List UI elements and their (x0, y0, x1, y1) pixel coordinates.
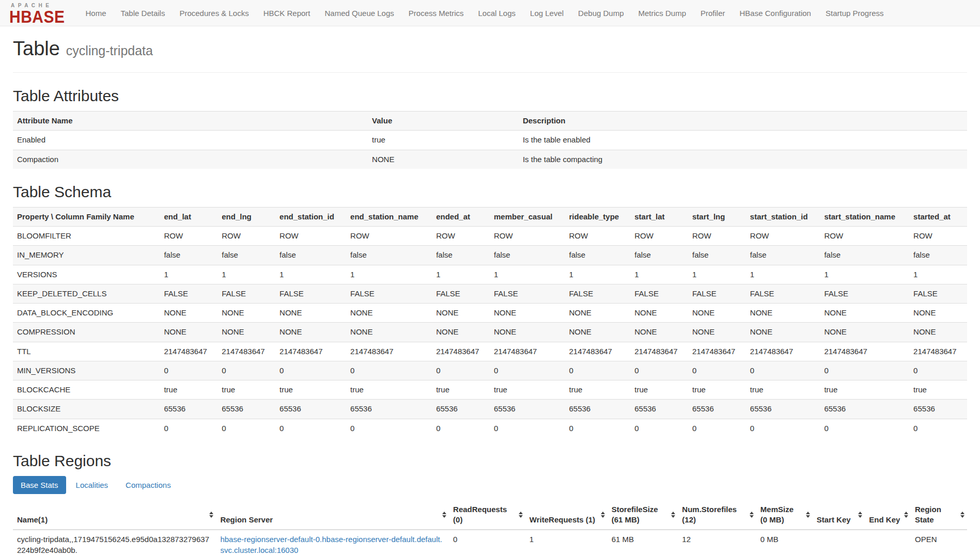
schema-property-value: FALSE (160, 284, 217, 303)
sort-icon[interactable] (442, 512, 446, 518)
regions-tab-compactions[interactable]: Compactions (118, 476, 179, 494)
schema-property-value: FALSE (565, 284, 630, 303)
sort-up-arrow (750, 512, 754, 514)
sort-icon[interactable] (858, 512, 862, 518)
nav-item-hbase-configuration[interactable]: HBase Configuration (733, 9, 818, 18)
nav-item-home[interactable]: Home (79, 9, 114, 18)
schema-property-value: 2147483647 (820, 342, 909, 361)
regions-column-writerequests-1[interactable]: WriteRequests (1) (525, 500, 608, 530)
attributes-header-row: Attribute NameValueDescription (13, 112, 967, 131)
region-server-link[interactable]: hbase-regionserver-default-0.hbase-regio… (220, 535, 442, 554)
regions-tab-base-stats[interactable]: Base Stats (13, 476, 66, 494)
regions-column-num-storefiles-12[interactable]: Num.Storefiles (12) (678, 500, 756, 530)
sort-icon[interactable] (750, 512, 754, 518)
schema-property-value: NONE (490, 304, 565, 323)
regions-column-readrequests-0[interactable]: ReadRequests (0) (449, 500, 525, 530)
regions-column-memsize-0-mb[interactable]: MemSize (0 MB) (756, 500, 813, 530)
regions-header-row: Name(1)Region ServerReadRequests (0)Writ… (13, 500, 967, 530)
nav-item-hbck-report[interactable]: HBCK Report (256, 9, 318, 18)
schema-property-value: ROW (160, 227, 217, 246)
schema-property-value: FALSE (346, 284, 432, 303)
regions-tab-localities[interactable]: Localities (68, 476, 116, 494)
sort-up-arrow (806, 512, 810, 514)
schema-property-value: 0 (432, 361, 490, 380)
schema-property-value: 65536 (688, 400, 746, 419)
schema-property-value: false (565, 246, 630, 265)
sort-icon[interactable] (209, 512, 213, 518)
nav-item-table-details[interactable]: Table Details (114, 9, 173, 18)
attribute-row: EnabledtrueIs the table enabled (13, 131, 967, 150)
sort-up-arrow (904, 512, 908, 514)
schema-property-value: true (346, 380, 432, 400)
regions-column-start-key[interactable]: Start Key (813, 500, 865, 530)
schema-property-value: false (490, 246, 565, 265)
regions-column-end-key[interactable]: End Key (865, 500, 911, 530)
nav-item-startup-progress[interactable]: Startup Progress (818, 9, 891, 18)
regions-column-region-server[interactable]: Region Server (216, 500, 449, 530)
schema-property-name: BLOCKSIZE (13, 400, 160, 419)
schema-property-name: COMPRESSION (13, 323, 160, 342)
schema-property-value: 1 (909, 265, 967, 284)
sort-icon[interactable] (671, 512, 675, 518)
sort-icon[interactable] (806, 512, 810, 518)
regions-column-name-1[interactable]: Name(1) (13, 500, 216, 530)
schema-property-value: NONE (565, 323, 630, 342)
sort-down-arrow (904, 515, 908, 518)
schema-property-value: NONE (160, 304, 217, 323)
nav-item-procedures-locks[interactable]: Procedures & Locks (172, 9, 256, 18)
nav-item-process-metrics[interactable]: Process Metrics (401, 9, 471, 18)
regions-column-label: MemSize (0 MB) (760, 505, 794, 524)
nav-item-profiler[interactable]: Profiler (693, 9, 733, 18)
top-navbar: APACHE HBASE HomeTable DetailsProcedures… (0, 0, 980, 26)
attributes-column-attribute-name: Attribute Name (13, 112, 368, 131)
schema-property-value: NONE (346, 323, 432, 342)
schema-property-value: true (217, 380, 275, 400)
sort-icon[interactable] (601, 512, 605, 518)
sort-icon[interactable] (960, 512, 965, 518)
schema-property-name: DATA_BLOCK_ENCODING (13, 304, 160, 323)
schema-property-value: 2147483647 (346, 342, 432, 361)
page-title: Table (13, 38, 60, 59)
schema-property-value: 65536 (909, 400, 967, 419)
nav-item-debug-dump[interactable]: Debug Dump (571, 9, 631, 18)
schema-property-value: FALSE (630, 284, 688, 303)
attribute-value: NONE (368, 150, 519, 169)
schema-family-end-station-name: end_station_name (346, 207, 432, 226)
regions-column-label: Num.Storefiles (12) (682, 505, 737, 524)
section-heading-regions: Table Regions (13, 452, 967, 470)
schema-property-value: NONE (346, 304, 432, 323)
page-container: Tablecycling-tripdata Table Attributes A… (0, 38, 980, 556)
schema-row-blockcache: BLOCKCACHEtruetruetruetruetruetruetruetr… (13, 380, 967, 400)
nav-item-named-queue-logs[interactable]: Named Queue Logs (318, 9, 401, 18)
schema-row-versions: VERSIONS111111111111 (13, 265, 967, 284)
schema-property-value: NONE (746, 304, 820, 323)
schema-property-value: 0 (275, 419, 346, 438)
schema-property-value: true (160, 380, 217, 400)
hbase-logo[interactable]: APACHE HBASE (9, 2, 65, 24)
schema-property-value: ROW (275, 227, 346, 246)
region-name: cycling-tripdata,,1719475156245.e95d0a13… (13, 530, 216, 556)
schema-property-value: 65536 (275, 400, 346, 419)
nav-item-metrics-dump[interactable]: Metrics Dump (631, 9, 694, 18)
nav-item-local-logs[interactable]: Local Logs (471, 9, 523, 18)
attribute-description: Is the table compacting (519, 150, 967, 169)
schema-property-name: MIN_VERSIONS (13, 361, 160, 380)
section-heading-schema: Table Schema (13, 183, 967, 201)
regions-column-storefilesize-61-mb[interactable]: StorefileSize (61 MB) (608, 500, 678, 530)
region-mem-size: 0 MB (756, 530, 813, 556)
schema-property-value: 2147483647 (275, 342, 346, 361)
schema-property-value: false (820, 246, 909, 265)
schema-property-value: false (432, 246, 490, 265)
section-heading-attributes: Table Attributes (13, 87, 967, 105)
schema-property-name: REPLICATION_SCOPE (13, 419, 160, 438)
schema-property-value: NONE (490, 323, 565, 342)
sort-icon[interactable] (904, 512, 908, 518)
schema-property-value: 1 (160, 265, 217, 284)
schema-row-in-memory: IN_MEMORYfalsefalsefalsefalsefalsefalsef… (13, 246, 967, 265)
region-start-key (813, 530, 865, 556)
sort-icon[interactable] (519, 512, 523, 518)
schema-property-value: 1 (432, 265, 490, 284)
regions-column-label: Region Server (220, 515, 273, 524)
nav-item-log-level[interactable]: Log Level (523, 9, 571, 18)
regions-column-region-state[interactable]: Region State (911, 500, 967, 530)
